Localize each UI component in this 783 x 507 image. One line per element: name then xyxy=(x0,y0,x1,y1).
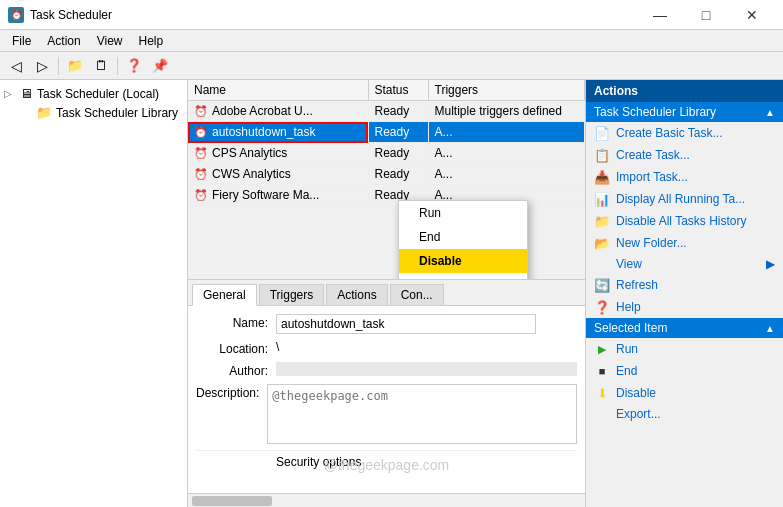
title-bar-controls: — □ ✕ xyxy=(637,0,775,30)
task-table: Name Status Triggers ⏰Adobe Acrobat U...… xyxy=(188,80,585,206)
disable-icon: ⬇ xyxy=(594,385,610,401)
action-import-task[interactable]: 📥 Import Task... xyxy=(586,166,783,188)
detail-hscroll[interactable] xyxy=(188,493,585,507)
action-refresh-label: Refresh xyxy=(616,278,658,292)
context-disable[interactable]: Disable xyxy=(399,249,527,273)
run-icon: ▶ xyxy=(594,341,610,357)
context-export[interactable]: Export... xyxy=(399,273,527,280)
table-row-selected[interactable]: ⏰autoshutdown_task Ready A... xyxy=(188,122,585,143)
menu-help[interactable]: Help xyxy=(131,32,172,50)
collapse-btn-selected[interactable]: ▲ xyxy=(765,323,775,334)
action-create-task[interactable]: 📋 Create Task... xyxy=(586,144,783,166)
main-container: ▷ 🖥 Task Scheduler (Local) 📁 Task Schedu… xyxy=(0,80,783,507)
context-run[interactable]: Run xyxy=(399,201,527,225)
import-task-icon: 📥 xyxy=(594,169,610,185)
action-display-running[interactable]: 📊 Display All Running Ta... xyxy=(586,188,783,210)
menu-view[interactable]: View xyxy=(89,32,131,50)
tree-item-library[interactable]: 📁 Task Scheduler Library xyxy=(0,103,187,122)
help-button[interactable]: ❓ xyxy=(122,55,146,77)
end-icon: ■ xyxy=(594,363,610,379)
tab-general[interactable]: General xyxy=(192,284,257,306)
pin-button[interactable]: 📌 xyxy=(148,55,172,77)
action-display-running-label: Display All Running Ta... xyxy=(616,192,745,206)
table-row[interactable]: ⏰Adobe Acrobat U... Ready Multiple trigg… xyxy=(188,101,585,122)
action-export[interactable]: Export... xyxy=(586,404,783,424)
actions-section-selected[interactable]: Selected Item ▲ xyxy=(586,318,783,338)
detail-author-label: Author: xyxy=(196,362,276,378)
display-running-icon: 📊 xyxy=(594,191,610,207)
task-name-cell: ⏰CWS Analytics xyxy=(188,164,368,185)
task-triggers-cell: A... xyxy=(428,143,585,164)
table-hscroll[interactable] xyxy=(188,279,585,280)
table-row[interactable]: ⏰CWS Analytics Ready A... xyxy=(188,164,585,185)
action-help[interactable]: ❓ Help xyxy=(586,296,783,318)
create-basic-icon: 📄 xyxy=(594,125,610,141)
tree-item-local[interactable]: ▷ 🖥 Task Scheduler (Local) xyxy=(0,84,187,103)
toolbar: ◁ ▷ 📁 🗒 ❓ 📌 xyxy=(0,52,783,80)
create-task-icon: 📋 xyxy=(594,147,610,163)
action-view[interactable]: View ▶ xyxy=(586,254,783,274)
action-disable-label: Disable xyxy=(616,386,656,400)
right-panel: Actions Task Scheduler Library ▲ 📄 Creat… xyxy=(585,80,783,507)
menu-file[interactable]: File xyxy=(4,32,39,50)
detail-desc-textarea[interactable] xyxy=(267,384,577,444)
tab-con[interactable]: Con... xyxy=(390,284,444,305)
tabs-container: General Triggers Actions Con... xyxy=(188,280,585,306)
action-import-task-label: Import Task... xyxy=(616,170,688,184)
task-triggers-cell: A... xyxy=(428,164,585,185)
task-name-cell-selected: ⏰autoshutdown_task xyxy=(188,122,368,143)
help-icon: ❓ xyxy=(594,299,610,315)
context-end[interactable]: End xyxy=(399,225,527,249)
action-disable[interactable]: ⬇ Disable xyxy=(586,382,783,404)
menu-action[interactable]: Action xyxy=(39,32,88,50)
detail-row-author: Author: xyxy=(196,362,577,378)
folder-button[interactable]: 📁 xyxy=(63,55,87,77)
tree-item-library-label: Task Scheduler Library xyxy=(56,106,178,120)
task-status-cell-selected: Ready xyxy=(368,122,428,143)
back-button[interactable]: ◁ xyxy=(4,55,28,77)
col-status[interactable]: Status xyxy=(368,80,428,101)
col-triggers[interactable]: Triggers xyxy=(428,80,585,101)
new-folder-icon: 📂 xyxy=(594,235,610,251)
detail-name-label: Name: xyxy=(196,314,276,330)
section-library-title: Task Scheduler Library xyxy=(594,105,716,119)
toolbar-sep-2 xyxy=(117,57,118,75)
maximize-button[interactable]: □ xyxy=(683,0,729,30)
toolbar-sep-1 xyxy=(58,57,59,75)
detail-name-input[interactable] xyxy=(276,314,536,334)
action-create-task-label: Create Task... xyxy=(616,148,690,162)
action-disable-history[interactable]: 📁 Disable All Tasks History xyxy=(586,210,783,232)
task-triggers-cell: Multiple triggers defined xyxy=(428,101,585,122)
action-end-label: End xyxy=(616,364,637,378)
expand-icon: ▷ xyxy=(4,88,20,99)
task-name-cell: ⏰Fiery Software Ma... xyxy=(188,185,368,206)
action-create-basic-label: Create Basic Task... xyxy=(616,126,723,140)
library-icon: 📁 xyxy=(36,105,52,120)
tab-actions[interactable]: Actions xyxy=(326,284,387,305)
task-status-cell: Ready xyxy=(368,143,428,164)
close-button[interactable]: ✕ xyxy=(729,0,775,30)
left-panel: ▷ 🖥 Task Scheduler (Local) 📁 Task Schedu… xyxy=(0,80,188,507)
list-button[interactable]: 🗒 xyxy=(89,55,113,77)
forward-button[interactable]: ▷ xyxy=(30,55,54,77)
selected-task-name: autoshutdown_task xyxy=(212,125,315,139)
actions-section-library[interactable]: Task Scheduler Library ▲ xyxy=(586,102,783,122)
collapse-btn-library[interactable]: ▲ xyxy=(765,107,775,118)
tree-item-local-label: Task Scheduler (Local) xyxy=(37,87,159,101)
action-new-folder[interactable]: 📂 New Folder... xyxy=(586,232,783,254)
minimize-button[interactable]: — xyxy=(637,0,683,30)
detail-security-section: Security options xyxy=(196,450,577,471)
action-run[interactable]: ▶ Run xyxy=(586,338,783,360)
action-help-label: Help xyxy=(616,300,641,314)
tab-triggers[interactable]: Triggers xyxy=(259,284,325,305)
action-end[interactable]: ■ End xyxy=(586,360,783,382)
action-disable-history-label: Disable All Tasks History xyxy=(616,214,747,228)
action-create-basic[interactable]: 📄 Create Basic Task... xyxy=(586,122,783,144)
view-arrow-icon: ▶ xyxy=(766,257,775,271)
table-row[interactable]: ⏰CPS Analytics Ready A... xyxy=(188,143,585,164)
detail-row-description: Description: xyxy=(196,384,577,444)
col-name[interactable]: Name xyxy=(188,80,368,101)
task-status-cell: Ready xyxy=(368,164,428,185)
action-refresh[interactable]: 🔄 Refresh xyxy=(586,274,783,296)
actions-header: Actions xyxy=(586,80,783,102)
